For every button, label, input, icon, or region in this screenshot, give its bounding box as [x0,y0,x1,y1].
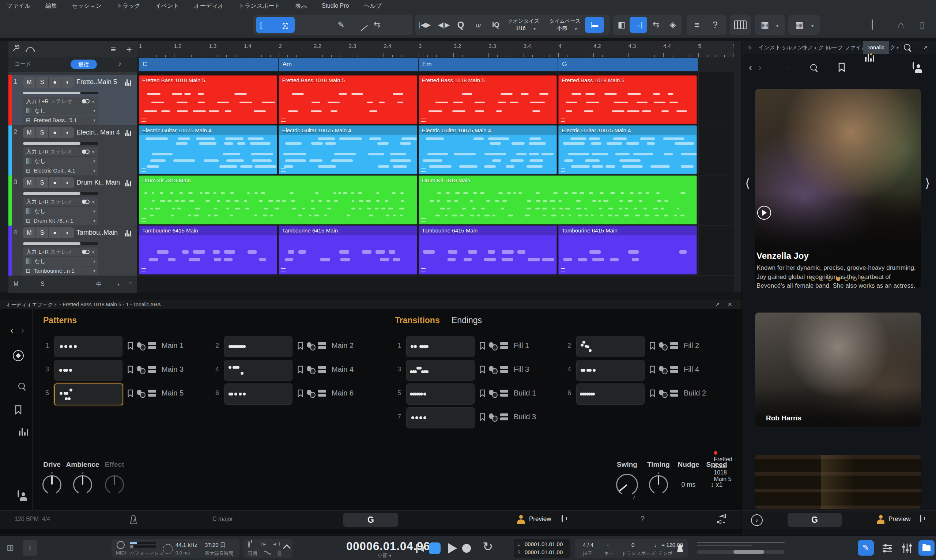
pagination-dot[interactable] [828,277,832,281]
ruler[interactable]: 11.21.31.422.22.32.433.23.33.444.24.34.4… [137,41,734,58]
pattern-item-fill-3[interactable]: 3Fill 3 [389,360,557,380]
autoscroll-button[interactable]: →| [630,17,647,33]
menu-help[interactable]: ヘルプ [357,0,388,12]
grid-view-icon[interactable]: ▦ [761,20,769,30]
workspace-grid-icon[interactable]: ⊞ [6,543,14,553]
menu-file[interactable]: ファイル [0,0,37,12]
clip-drum-kit-7819-main[interactable]: Drum Kit 7819 Main [419,175,697,225]
variations-icon[interactable] [307,342,315,350]
nav-back-icon[interactable]: ‹ [10,325,13,335]
browser-toggle-button[interactable] [919,540,934,555]
bookmark-tab-icon[interactable] [838,63,845,74]
layers-icon[interactable] [148,342,156,350]
track-name[interactable]: Drum Ki.. Main [76,179,120,186]
bookmark-icon[interactable] [127,342,134,350]
output-select[interactable]: ⊟ Electric Guit.. 4.1▾ [23,166,99,175]
pan-control[interactable]: ▾ [78,147,99,156]
pattern-preview[interactable] [54,336,123,357]
pattern-item-main-2[interactable]: 2Main 2 [206,336,375,356]
bookmark-icon[interactable] [297,342,303,350]
layers-icon[interactable] [500,366,508,374]
layers-icon[interactable] [500,413,508,421]
bookmark-icon[interactable] [479,389,485,397]
variations-icon[interactable] [489,413,497,422]
automation-icon[interactable] [26,45,35,54]
chord-note-icon[interactable]: ♪ [118,60,122,68]
pattern-item-fill-4[interactable]: 4Fill 4 [559,360,727,380]
timebase-value[interactable]: 小節 [557,25,567,31]
layers-icon[interactable] [148,366,156,374]
carousel-prev-icon[interactable]: ⟨ [745,176,750,191]
snap-toggle-button[interactable]: |▬ [585,17,604,33]
tonalic-logo-button[interactable]: G [788,513,842,527]
layers-icon[interactable] [318,389,326,397]
variations-icon[interactable] [659,365,667,374]
pattern-item-main-5[interactable]: 5Main 5 [37,383,205,404]
pagination-dot[interactable] [811,277,815,281]
tap-tempo-icon[interactable] [676,543,685,555]
variations-icon[interactable] [489,342,497,350]
input-select[interactable]: 入力 L+R ステレオ [23,147,79,156]
instrument-select[interactable]: ▥ なし▾ [23,207,99,216]
chord-clip-Em[interactable]: Em [419,58,558,71]
quantize-value[interactable]: 1/16 [516,25,525,31]
variations-icon[interactable] [659,342,667,350]
pagination-dot[interactable] [845,277,848,281]
stop-button[interactable] [429,543,440,554]
return-to-start-button[interactable]: ◀ [416,544,424,553]
pattern-item-fill-2[interactable]: 2Fill 2 [559,336,727,356]
menu-transport[interactable]: トランスポート [232,0,287,12]
monitor-button[interactable]: ◐ [62,127,74,138]
output-select[interactable]: ⊟ Tambourine ..n 1▾ [23,266,99,275]
instrument-select[interactable]: ▥ なし▾ [23,106,99,115]
pattern-preview[interactable] [576,383,645,405]
track-header-2[interactable]: 2 M S ● ◐ Electri.. Main 4 入力 L+R ステレオ ▾… [8,125,137,176]
menu-event[interactable]: イベント [149,0,186,12]
snap-both-icon[interactable]: ◀|▶ [438,21,450,29]
variations-icon[interactable] [137,342,145,350]
track-height-dropdown-icon[interactable]: ▾ [117,282,120,287]
clip-fretted-bass-1018-main-5[interactable]: Fretted Bass 1018 Main 5 [279,75,417,124]
timing-knob[interactable] [649,475,668,494]
volume-slider[interactable] [23,192,99,195]
record-button[interactable] [462,544,471,553]
menu-edit[interactable]: 編集 [39,0,64,12]
solo-button[interactable]: S [36,127,49,138]
instrument-select[interactable]: ▥ なし▾ [23,257,99,266]
pan-control[interactable]: ▾ [78,97,99,106]
snap-start-icon[interactable]: |◀▶ [419,21,431,29]
instrument-select[interactable]: ▥ なし▾ [23,157,99,166]
film-icon[interactable] [734,20,747,29]
pattern-preview[interactable] [54,360,123,381]
mute-button[interactable]: M [23,177,36,188]
clip-tambourine-6415-main[interactable]: Tambourine 6415 Main [558,226,696,274]
grid-dropdown-icon[interactable]: ▾ [776,23,779,29]
solo-button[interactable]: S [36,77,49,88]
variations-icon[interactable] [137,365,145,374]
layers-icon[interactable] [500,389,508,397]
levels-icon[interactable] [881,542,894,556]
pagination-dot[interactable] [819,277,824,281]
bookmark-icon[interactable] [127,366,134,374]
monitor-button[interactable]: ◐ [62,77,74,88]
pattern-preview[interactable] [406,336,474,357]
pattern-preview[interactable] [576,336,645,357]
drive-knob[interactable] [42,475,62,494]
variations-icon[interactable] [659,389,667,398]
home-icon[interactable]: ⌂ [747,41,751,54]
menu-session[interactable]: セッション [65,0,108,12]
input-select[interactable]: 入力 L+R ステレオ [23,197,79,206]
pattern-item-build-1[interactable]: 5Build 1 [389,383,557,404]
editor-close-icon[interactable]: ✕ [728,300,732,309]
loop-range-display[interactable]: L 00001.01.01.00 R 00001.01.01.00 [514,539,570,558]
info-button[interactable]: i [23,540,37,555]
record-arm-button[interactable]: ● [49,77,62,88]
key-label[interactable]: C major [212,516,233,522]
pan-control[interactable]: ▾ [78,197,99,206]
clip-electric-guitar-10075-main-4[interactable]: Electric Guitar 10075 Main 4 [279,125,417,174]
transitions-tab[interactable]: Transitions [395,315,440,325]
vertical-scrollbar[interactable] [734,41,742,292]
collapse-chevron-icon[interactable] [283,544,291,552]
bookmark-icon[interactable] [479,342,485,350]
pattern-item-build-2[interactable]: 6Build 2 [559,383,727,404]
